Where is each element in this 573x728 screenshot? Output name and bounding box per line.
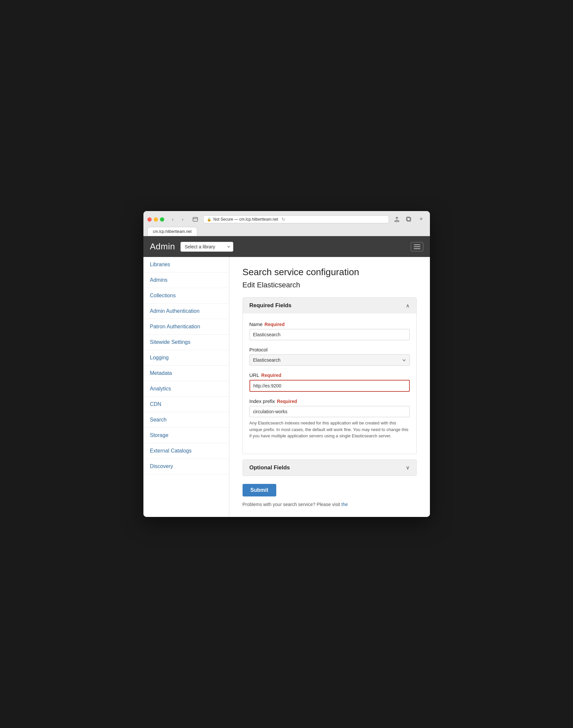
hamburger-line-1	[414, 244, 420, 245]
required-fields-header[interactable]: Required Fields ∧	[243, 298, 416, 314]
footer-link[interactable]: the	[342, 502, 348, 507]
new-tab-button[interactable]: +	[417, 214, 426, 224]
fullscreen-button-green[interactable]	[160, 217, 164, 222]
browser-window: ‹ › 🔒 Not Secure — cm.lcp.hilbertteam.ne…	[143, 211, 430, 517]
browser-chrome: ‹ › 🔒 Not Secure — cm.lcp.hilbertteam.ne…	[143, 211, 430, 236]
footer-text: Problems with your search service? Pleas…	[243, 502, 417, 507]
library-select[interactable]: Select a library	[180, 242, 233, 252]
traffic-lights	[147, 217, 164, 222]
tab-title: cm.lcp.hilbertteam.net	[153, 229, 192, 234]
sidebar-item-patron-authentication[interactable]: Patron Authentication	[143, 319, 229, 335]
optional-fields-card: Optional Fields ∨	[243, 459, 417, 476]
sidebar-item-libraries[interactable]: Libraries	[143, 257, 229, 273]
hamburger-menu[interactable]	[411, 242, 423, 251]
hamburger-line-3	[414, 248, 420, 249]
index-prefix-input[interactable]	[250, 406, 410, 417]
page-subtitle: Edit Elasticsearch	[243, 281, 417, 289]
name-input[interactable]	[250, 329, 410, 340]
forward-button[interactable]: ›	[178, 215, 187, 223]
sidebar-item-storage[interactable]: Storage	[143, 428, 229, 443]
index-prefix-field-group: Index prefix Required Any Elasticsearch …	[250, 398, 410, 439]
chevron-down-icon: ∨	[406, 464, 410, 471]
sidebar-item-sitewide-settings[interactable]: Sitewide Settings	[143, 335, 229, 350]
sidebar: Libraries Admins Collections Admin Authe…	[143, 257, 229, 517]
optional-fields-title: Optional Fields	[250, 464, 290, 471]
footer-text-content: Problems with your search service? Pleas…	[243, 502, 342, 507]
sidebar-item-analytics[interactable]: Analytics	[143, 381, 229, 397]
protocol-label: Protocol	[250, 347, 410, 352]
url-label-text: URL	[250, 372, 259, 378]
close-button-red[interactable]	[147, 217, 152, 222]
index-prefix-help-text: Any Elasticsearch indexes needed for thi…	[250, 420, 410, 439]
protocol-label-text: Protocol	[250, 347, 268, 352]
svg-rect-0	[193, 217, 198, 221]
main-content: Search service configuration Edit Elasti…	[229, 257, 430, 517]
url-input[interactable]	[250, 380, 410, 392]
tab-view-button[interactable]	[190, 215, 201, 223]
index-prefix-label-text: Index prefix	[250, 398, 275, 404]
minimize-button-yellow[interactable]	[154, 217, 158, 222]
refresh-icon[interactable]: ↻	[281, 217, 285, 222]
index-prefix-label: Index prefix Required	[250, 398, 410, 404]
address-text: Not Secure — cm.lcp.hilbertteam.net	[213, 217, 278, 222]
required-fields-body: Name Required Protocol Elasticsearch	[243, 314, 416, 454]
duplicate-button[interactable]	[404, 215, 414, 223]
submit-button[interactable]: Submit	[243, 484, 276, 496]
name-label: Name Required	[250, 321, 410, 327]
name-required-badge: Required	[265, 322, 285, 327]
admin-title: Admin	[150, 241, 175, 252]
sidebar-item-discovery[interactable]: Discovery	[143, 459, 229, 474]
sidebar-item-external-catalogs[interactable]: External Catalogs	[143, 443, 229, 459]
name-label-text: Name	[250, 321, 263, 327]
sidebar-item-search[interactable]: Search	[143, 412, 229, 428]
sidebar-item-metadata[interactable]: Metadata	[143, 366, 229, 381]
lock-icon: 🔒	[207, 217, 211, 222]
url-required-badge: Required	[261, 373, 281, 378]
browser-actions	[392, 215, 414, 223]
browser-toolbar: ‹ › 🔒 Not Secure — cm.lcp.hilbertteam.ne…	[147, 214, 426, 224]
name-field-group: Name Required	[250, 321, 410, 340]
index-prefix-required-badge: Required	[277, 399, 297, 404]
sidebar-item-logging[interactable]: Logging	[143, 350, 229, 366]
app-body: Libraries Admins Collections Admin Authe…	[143, 257, 430, 517]
header-left: Admin Select a library	[150, 241, 233, 252]
protocol-select[interactable]: Elasticsearch	[250, 354, 410, 366]
app-header: Admin Select a library	[143, 236, 430, 257]
sidebar-item-collections[interactable]: Collections	[143, 288, 229, 303]
required-fields-title: Required Fields	[250, 302, 292, 309]
share-button[interactable]	[392, 215, 402, 223]
page-title: Search service configuration	[243, 267, 417, 277]
optional-fields-header[interactable]: Optional Fields ∨	[243, 460, 416, 475]
back-button[interactable]: ‹	[168, 215, 177, 223]
sidebar-item-cdn[interactable]: CDN	[143, 397, 229, 412]
sidebar-item-admin-authentication[interactable]: Admin Authentication	[143, 303, 229, 319]
sidebar-item-admins[interactable]: Admins	[143, 273, 229, 288]
nav-buttons: ‹ ›	[168, 215, 187, 223]
url-field-group: URL Required	[250, 372, 410, 392]
browser-tabs: cm.lcp.hilbertteam.net	[147, 227, 426, 236]
required-fields-card: Required Fields ∧ Name Required	[243, 297, 417, 454]
url-label: URL Required	[250, 372, 410, 378]
hamburger-line-2	[414, 246, 420, 247]
chevron-up-icon: ∧	[406, 302, 410, 309]
protocol-field-group: Protocol Elasticsearch	[250, 347, 410, 366]
address-bar[interactable]: 🔒 Not Secure — cm.lcp.hilbertteam.net ↻	[203, 215, 389, 223]
active-tab[interactable]: cm.lcp.hilbertteam.net	[147, 227, 197, 236]
